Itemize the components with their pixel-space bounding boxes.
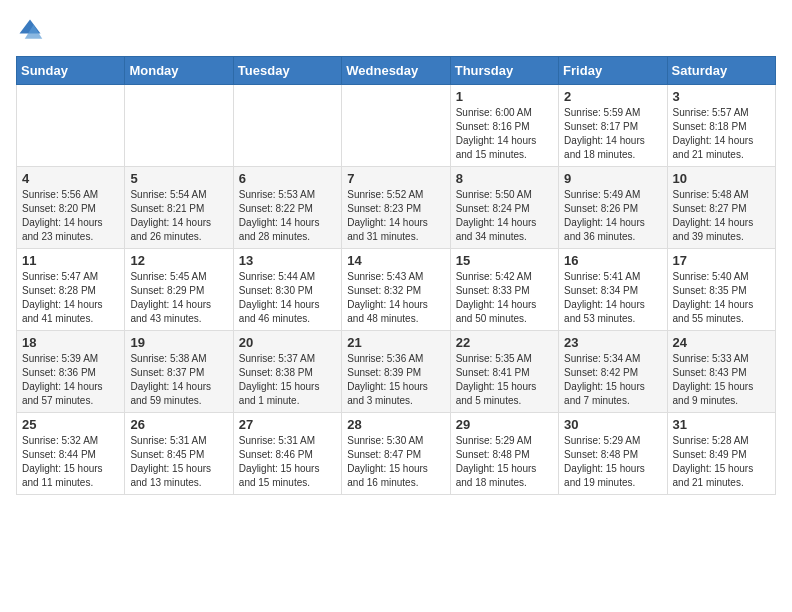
calendar-table: SundayMondayTuesdayWednesdayThursdayFrid… (16, 56, 776, 495)
calendar-cell: 20Sunrise: 5:37 AM Sunset: 8:38 PM Dayli… (233, 331, 341, 413)
calendar-cell: 27Sunrise: 5:31 AM Sunset: 8:46 PM Dayli… (233, 413, 341, 495)
column-header-monday: Monday (125, 57, 233, 85)
calendar-cell: 10Sunrise: 5:48 AM Sunset: 8:27 PM Dayli… (667, 167, 775, 249)
calendar-cell: 3Sunrise: 5:57 AM Sunset: 8:18 PM Daylig… (667, 85, 775, 167)
day-number: 11 (22, 253, 119, 268)
day-number: 23 (564, 335, 661, 350)
calendar-cell: 22Sunrise: 5:35 AM Sunset: 8:41 PM Dayli… (450, 331, 558, 413)
day-number: 15 (456, 253, 553, 268)
calendar-cell (125, 85, 233, 167)
day-info: Sunrise: 5:34 AM Sunset: 8:42 PM Dayligh… (564, 352, 661, 408)
day-number: 12 (130, 253, 227, 268)
day-number: 9 (564, 171, 661, 186)
day-number: 7 (347, 171, 444, 186)
day-info: Sunrise: 5:28 AM Sunset: 8:49 PM Dayligh… (673, 434, 770, 490)
day-number: 20 (239, 335, 336, 350)
day-info: Sunrise: 5:35 AM Sunset: 8:41 PM Dayligh… (456, 352, 553, 408)
calendar-cell: 6Sunrise: 5:53 AM Sunset: 8:22 PM Daylig… (233, 167, 341, 249)
day-info: Sunrise: 5:54 AM Sunset: 8:21 PM Dayligh… (130, 188, 227, 244)
calendar-cell: 9Sunrise: 5:49 AM Sunset: 8:26 PM Daylig… (559, 167, 667, 249)
day-info: Sunrise: 6:00 AM Sunset: 8:16 PM Dayligh… (456, 106, 553, 162)
day-info: Sunrise: 5:47 AM Sunset: 8:28 PM Dayligh… (22, 270, 119, 326)
day-info: Sunrise: 5:37 AM Sunset: 8:38 PM Dayligh… (239, 352, 336, 408)
day-number: 6 (239, 171, 336, 186)
day-info: Sunrise: 5:31 AM Sunset: 8:45 PM Dayligh… (130, 434, 227, 490)
day-number: 30 (564, 417, 661, 432)
page-header (16, 16, 776, 44)
day-info: Sunrise: 5:41 AM Sunset: 8:34 PM Dayligh… (564, 270, 661, 326)
column-header-sunday: Sunday (17, 57, 125, 85)
day-info: Sunrise: 5:53 AM Sunset: 8:22 PM Dayligh… (239, 188, 336, 244)
day-number: 28 (347, 417, 444, 432)
day-info: Sunrise: 5:59 AM Sunset: 8:17 PM Dayligh… (564, 106, 661, 162)
day-info: Sunrise: 5:36 AM Sunset: 8:39 PM Dayligh… (347, 352, 444, 408)
calendar-cell: 1Sunrise: 6:00 AM Sunset: 8:16 PM Daylig… (450, 85, 558, 167)
calendar-cell: 17Sunrise: 5:40 AM Sunset: 8:35 PM Dayli… (667, 249, 775, 331)
day-number: 19 (130, 335, 227, 350)
calendar-cell: 16Sunrise: 5:41 AM Sunset: 8:34 PM Dayli… (559, 249, 667, 331)
calendar-cell: 7Sunrise: 5:52 AM Sunset: 8:23 PM Daylig… (342, 167, 450, 249)
day-info: Sunrise: 5:29 AM Sunset: 8:48 PM Dayligh… (564, 434, 661, 490)
calendar-cell: 8Sunrise: 5:50 AM Sunset: 8:24 PM Daylig… (450, 167, 558, 249)
calendar-cell: 14Sunrise: 5:43 AM Sunset: 8:32 PM Dayli… (342, 249, 450, 331)
calendar-cell: 29Sunrise: 5:29 AM Sunset: 8:48 PM Dayli… (450, 413, 558, 495)
day-info: Sunrise: 5:38 AM Sunset: 8:37 PM Dayligh… (130, 352, 227, 408)
calendar-cell: 15Sunrise: 5:42 AM Sunset: 8:33 PM Dayli… (450, 249, 558, 331)
day-number: 17 (673, 253, 770, 268)
day-number: 21 (347, 335, 444, 350)
day-number: 5 (130, 171, 227, 186)
day-info: Sunrise: 5:31 AM Sunset: 8:46 PM Dayligh… (239, 434, 336, 490)
calendar-cell: 4Sunrise: 5:56 AM Sunset: 8:20 PM Daylig… (17, 167, 125, 249)
column-header-friday: Friday (559, 57, 667, 85)
day-number: 25 (22, 417, 119, 432)
calendar-row-2: 11Sunrise: 5:47 AM Sunset: 8:28 PM Dayli… (17, 249, 776, 331)
day-number: 16 (564, 253, 661, 268)
day-info: Sunrise: 5:45 AM Sunset: 8:29 PM Dayligh… (130, 270, 227, 326)
day-info: Sunrise: 5:42 AM Sunset: 8:33 PM Dayligh… (456, 270, 553, 326)
calendar-header-row: SundayMondayTuesdayWednesdayThursdayFrid… (17, 57, 776, 85)
day-number: 8 (456, 171, 553, 186)
day-number: 31 (673, 417, 770, 432)
day-number: 4 (22, 171, 119, 186)
day-number: 14 (347, 253, 444, 268)
day-number: 26 (130, 417, 227, 432)
calendar-cell: 28Sunrise: 5:30 AM Sunset: 8:47 PM Dayli… (342, 413, 450, 495)
day-number: 18 (22, 335, 119, 350)
day-number: 24 (673, 335, 770, 350)
day-info: Sunrise: 5:43 AM Sunset: 8:32 PM Dayligh… (347, 270, 444, 326)
calendar-cell: 19Sunrise: 5:38 AM Sunset: 8:37 PM Dayli… (125, 331, 233, 413)
calendar-row-3: 18Sunrise: 5:39 AM Sunset: 8:36 PM Dayli… (17, 331, 776, 413)
calendar-cell (17, 85, 125, 167)
day-info: Sunrise: 5:48 AM Sunset: 8:27 PM Dayligh… (673, 188, 770, 244)
day-number: 1 (456, 89, 553, 104)
day-number: 2 (564, 89, 661, 104)
calendar-cell (342, 85, 450, 167)
calendar-cell: 26Sunrise: 5:31 AM Sunset: 8:45 PM Dayli… (125, 413, 233, 495)
calendar-row-4: 25Sunrise: 5:32 AM Sunset: 8:44 PM Dayli… (17, 413, 776, 495)
calendar-cell: 12Sunrise: 5:45 AM Sunset: 8:29 PM Dayli… (125, 249, 233, 331)
day-number: 10 (673, 171, 770, 186)
day-number: 13 (239, 253, 336, 268)
day-info: Sunrise: 5:30 AM Sunset: 8:47 PM Dayligh… (347, 434, 444, 490)
calendar-cell: 24Sunrise: 5:33 AM Sunset: 8:43 PM Dayli… (667, 331, 775, 413)
calendar-cell (233, 85, 341, 167)
day-info: Sunrise: 5:57 AM Sunset: 8:18 PM Dayligh… (673, 106, 770, 162)
day-info: Sunrise: 5:29 AM Sunset: 8:48 PM Dayligh… (456, 434, 553, 490)
calendar-row-0: 1Sunrise: 6:00 AM Sunset: 8:16 PM Daylig… (17, 85, 776, 167)
day-number: 22 (456, 335, 553, 350)
day-info: Sunrise: 5:52 AM Sunset: 8:23 PM Dayligh… (347, 188, 444, 244)
day-info: Sunrise: 5:40 AM Sunset: 8:35 PM Dayligh… (673, 270, 770, 326)
day-info: Sunrise: 5:56 AM Sunset: 8:20 PM Dayligh… (22, 188, 119, 244)
calendar-cell: 13Sunrise: 5:44 AM Sunset: 8:30 PM Dayli… (233, 249, 341, 331)
column-header-saturday: Saturday (667, 57, 775, 85)
day-number: 3 (673, 89, 770, 104)
day-info: Sunrise: 5:32 AM Sunset: 8:44 PM Dayligh… (22, 434, 119, 490)
column-header-thursday: Thursday (450, 57, 558, 85)
day-info: Sunrise: 5:49 AM Sunset: 8:26 PM Dayligh… (564, 188, 661, 244)
calendar-cell: 11Sunrise: 5:47 AM Sunset: 8:28 PM Dayli… (17, 249, 125, 331)
calendar-cell: 5Sunrise: 5:54 AM Sunset: 8:21 PM Daylig… (125, 167, 233, 249)
logo-icon (16, 16, 44, 44)
calendar-cell: 18Sunrise: 5:39 AM Sunset: 8:36 PM Dayli… (17, 331, 125, 413)
calendar-cell: 30Sunrise: 5:29 AM Sunset: 8:48 PM Dayli… (559, 413, 667, 495)
day-info: Sunrise: 5:44 AM Sunset: 8:30 PM Dayligh… (239, 270, 336, 326)
